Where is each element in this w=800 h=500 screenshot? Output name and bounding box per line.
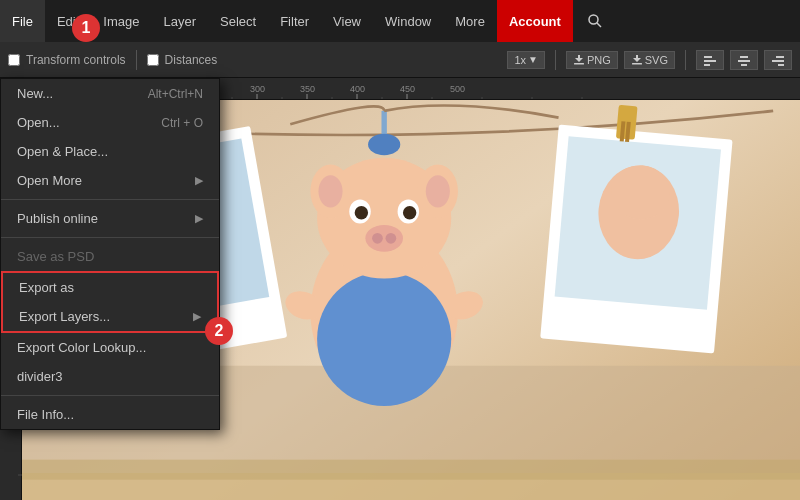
svg-rect-12 <box>778 64 784 66</box>
content-area: 100 150 200 250 300 350 400 450 500 <box>0 78 800 500</box>
svg-rect-4 <box>704 56 712 58</box>
menu-publish-online[interactable]: Publish online ▶ <box>1 204 219 233</box>
svg-point-93 <box>368 134 400 155</box>
divider-1 <box>1 199 219 200</box>
svg-point-77 <box>317 272 451 406</box>
menu-item-more[interactable]: More <box>443 0 497 42</box>
svg-text:350: 350 <box>300 84 315 94</box>
svg-point-87 <box>365 225 403 252</box>
menu-new[interactable]: New... Alt+Ctrl+N <box>1 79 219 108</box>
svg-rect-11 <box>772 60 784 62</box>
export-as-arrow: ▶ <box>193 310 201 323</box>
svg-point-88 <box>372 233 383 244</box>
svg-line-1 <box>597 23 601 27</box>
svg-point-89 <box>386 233 397 244</box>
menu-save-as-psd[interactable]: Export as <box>3 273 217 302</box>
transform-controls-label: Transform controls <box>26 53 126 67</box>
svg-rect-9 <box>741 64 747 66</box>
toolbar: Transform controls Distances 1x ▼ PNG SV… <box>0 42 800 78</box>
step-badge-1: 1 <box>72 14 100 42</box>
svg-point-81 <box>318 175 342 207</box>
svg-rect-5 <box>704 60 716 62</box>
distances-label: Distances <box>165 53 218 67</box>
menu-item-select[interactable]: Select <box>208 0 268 42</box>
menu-open-more[interactable]: Open More ▶ <box>1 166 219 195</box>
divider-2 <box>1 237 219 238</box>
step-badge-2: 2 <box>205 317 233 345</box>
divider-3 <box>1 395 219 396</box>
align-center-button[interactable] <box>730 50 758 70</box>
menu-item-filter[interactable]: Filter <box>268 0 321 42</box>
menu-open-place[interactable]: Open & Place... <box>1 137 219 166</box>
svg-text:450: 450 <box>400 84 415 94</box>
menu-export-as[interactable]: Export Layers... ▶ <box>3 302 217 331</box>
download-svg-icon <box>631 54 643 66</box>
publish-online-arrow: ▶ <box>195 212 203 225</box>
align-right-button[interactable] <box>764 50 792 70</box>
menu-save: Save as PSD <box>1 242 219 271</box>
svg-rect-10 <box>776 56 784 58</box>
export-svg-button[interactable]: SVG <box>624 51 675 69</box>
menu-item-file[interactable]: File <box>0 0 45 42</box>
align-left-button[interactable] <box>696 50 724 70</box>
svg-point-86 <box>403 206 416 219</box>
menu-export-color-lookup[interactable]: divider3 <box>1 362 219 391</box>
save-export-group: Export as Export Layers... ▶ 2 <box>1 271 219 333</box>
menu-file-info[interactable]: File Info... <box>1 400 219 429</box>
menu-open[interactable]: Open... Ctrl + O <box>1 108 219 137</box>
search-button[interactable] <box>577 0 613 42</box>
download-icon <box>573 54 585 66</box>
zoom-selector[interactable]: 1x ▼ <box>507 51 545 69</box>
svg-point-82 <box>426 175 450 207</box>
export-png-button[interactable]: PNG <box>566 51 618 69</box>
svg-rect-8 <box>738 60 750 62</box>
menu-export-layers[interactable]: Export Color Lookup... <box>1 333 219 362</box>
file-dropdown-menu: New... Alt+Ctrl+N Open... Ctrl + O Open … <box>0 78 220 430</box>
toolbar-separator-2 <box>555 50 556 70</box>
svg-text:500: 500 <box>450 84 465 94</box>
menu-item-layer[interactable]: Layer <box>152 0 209 42</box>
align-left-icon <box>703 53 717 67</box>
svg-rect-2 <box>574 63 584 65</box>
search-icon <box>587 13 603 29</box>
menu-item-view[interactable]: View <box>321 0 373 42</box>
open-more-arrow: ▶ <box>195 174 203 187</box>
menu-item-account[interactable]: Account <box>497 0 573 42</box>
toolbar-separator-3 <box>685 50 686 70</box>
svg-rect-7 <box>740 56 748 58</box>
distances-checkbox[interactable] <box>147 54 159 66</box>
svg-rect-102 <box>22 460 800 480</box>
svg-text:400: 400 <box>350 84 365 94</box>
menu-item-image[interactable]: Image <box>91 0 151 42</box>
svg-rect-3 <box>632 63 642 65</box>
toolbar-separator-1 <box>136 50 137 70</box>
menu-bar: File Edit Image Layer Select Filter View… <box>0 0 800 42</box>
menu-item-window[interactable]: Window <box>373 0 443 42</box>
align-right-icon <box>771 53 785 67</box>
svg-point-0 <box>589 15 598 24</box>
svg-point-85 <box>355 206 368 219</box>
transform-controls-checkbox[interactable] <box>8 54 20 66</box>
svg-rect-6 <box>704 64 710 66</box>
svg-text:300: 300 <box>250 84 265 94</box>
align-center-icon <box>737 53 751 67</box>
